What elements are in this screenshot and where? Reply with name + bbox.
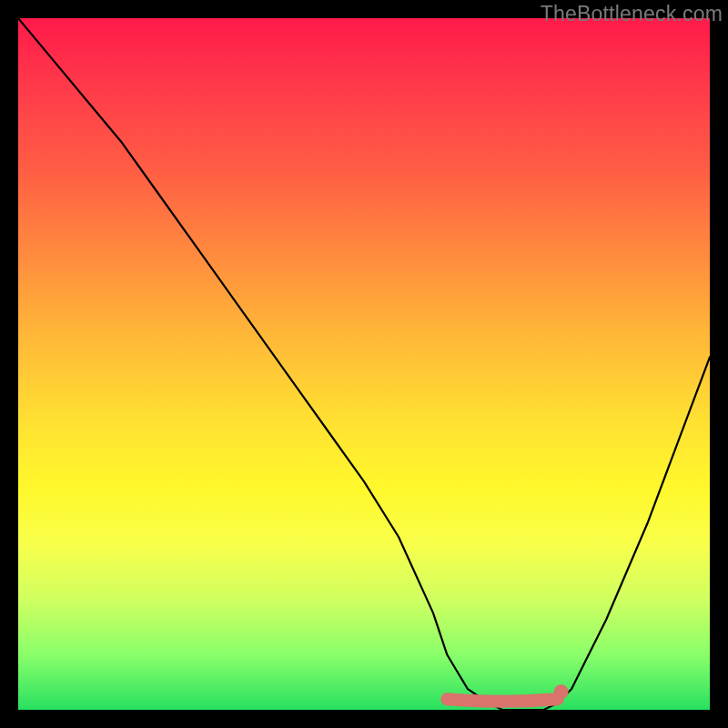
sweet-spot-marker [447, 699, 558, 702]
chart-container: TheBottleneck.com [0, 0, 728, 728]
plot-area [18, 18, 710, 710]
sweet-spot-dot [554, 684, 569, 699]
watermark-text: TheBottleneck.com [541, 2, 723, 26]
bottleneck-curve [18, 18, 710, 710]
chart-svg [18, 18, 710, 710]
